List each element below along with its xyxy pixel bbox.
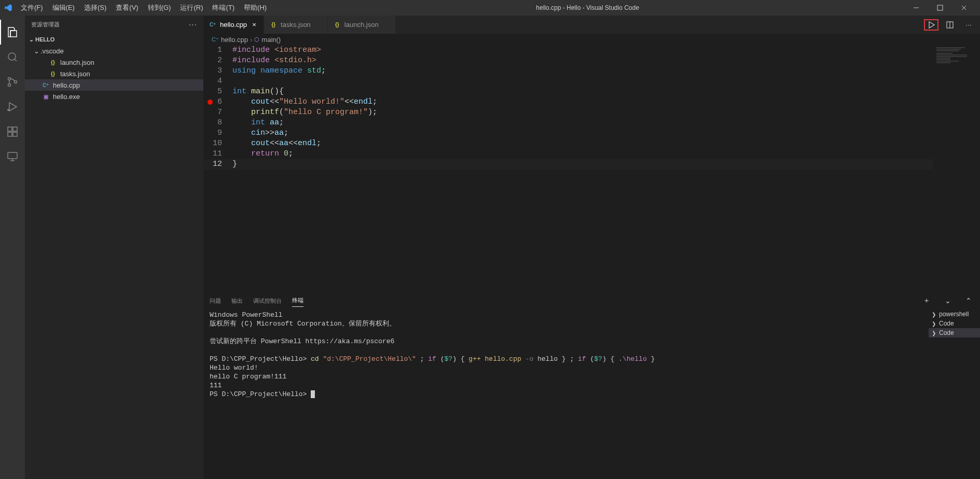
tab-label: hello.cpp — [220, 21, 247, 29]
tab-hello-cpp[interactable]: C⁺ hello.cpp × — [203, 16, 264, 34]
minimize-button[interactable] — [904, 0, 928, 16]
svg-rect-0 — [937, 5, 943, 10]
editor-tabs: C⁺ hello.cpp × {} tasks.json {} launch.j… — [203, 16, 980, 34]
tab-launch-json[interactable]: {} launch.json — [328, 16, 396, 34]
activity-extensions[interactable] — [0, 119, 25, 144]
breadcrumb-symbol: main() — [261, 36, 281, 44]
maximize-button[interactable] — [928, 0, 952, 16]
editor-group: C⁺ hello.cpp × {} tasks.json {} launch.j… — [203, 16, 980, 479]
sidebar-more-icon[interactable]: ··· — [189, 20, 197, 30]
terminal-entry-label: powershell — [939, 311, 969, 318]
activity-remote[interactable] — [0, 144, 25, 169]
tab-tasks-json[interactable]: {} tasks.json — [264, 16, 328, 34]
file-tasks-json[interactable]: {} tasks.json — [25, 68, 203, 79]
sidebar-header: 资源管理器 ··· — [25, 16, 203, 34]
sidebar-explorer: 资源管理器 ··· ⌄ HELLO ⌄ .vscode {} launch.js… — [25, 16, 203, 479]
menu-view[interactable]: 查看(V) — [112, 1, 142, 15]
terminal-entry-label: Code — [939, 320, 954, 327]
svg-rect-8 — [8, 132, 12, 136]
svg-point-3 — [8, 84, 11, 87]
breakpoint-icon[interactable] — [208, 100, 213, 105]
code-editor[interactable]: 1#include <iostream> 2#include <stdio.h>… — [203, 45, 933, 292]
minimap[interactable] — [933, 45, 980, 292]
window-title: hello.cpp - Hello - Visual Studio Code — [271, 4, 904, 11]
svg-rect-7 — [13, 127, 17, 131]
project-section-head[interactable]: ⌄ HELLO — [25, 34, 203, 45]
cpp-icon: C⁺ — [42, 81, 50, 89]
menu-file[interactable]: 文件(F) — [17, 1, 47, 15]
terminal-icon: ❯ — [932, 321, 936, 327]
cube-icon: ⬡ — [254, 36, 259, 43]
menubar: 文件(F) 编辑(E) 选择(S) 查看(V) 转到(G) 运行(R) 终端(T… — [17, 1, 271, 15]
cpp-icon: C⁺ — [209, 21, 217, 29]
svg-point-1 — [8, 53, 16, 60]
activity-explorer[interactable] — [0, 20, 25, 45]
folder-vscode[interactable]: ⌄ .vscode — [25, 45, 203, 57]
menu-terminal[interactable]: 终端(T) — [208, 1, 239, 15]
menu-edit[interactable]: 编辑(E) — [48, 1, 79, 15]
cpp-icon: C⁺ — [212, 36, 219, 43]
menu-go[interactable]: 转到(G) — [144, 1, 175, 15]
terminal-icon: ❯ — [932, 330, 936, 336]
panel-tab-problems[interactable]: 问题 — [210, 295, 221, 307]
terminal-icon: ❯ — [932, 312, 936, 317]
terminal-entry-powershell[interactable]: ❯ powershell — [929, 309, 980, 319]
tab-close-icon[interactable] — [382, 21, 390, 29]
activity-search[interactable] — [0, 45, 25, 69]
editor-more-button[interactable]: ··· — [961, 19, 976, 31]
svg-point-4 — [15, 81, 17, 83]
json-icon: {} — [333, 21, 341, 29]
tab-close-icon[interactable] — [314, 21, 322, 29]
panel-tabs: 问题 输出 调试控制台 终端 ＋ ⌄ ⌃ — [203, 293, 980, 308]
menu-help[interactable]: 帮助(H) — [240, 1, 271, 15]
svg-point-2 — [8, 78, 11, 80]
terminal-entry-label: Code — [939, 329, 954, 336]
file-label: tasks.json — [60, 70, 90, 78]
breadcrumb-file: hello.cpp — [221, 36, 248, 44]
activity-bar — [0, 16, 25, 479]
terminal-output[interactable]: Windows PowerShell 版权所有 (C) Microsoft Co… — [203, 308, 928, 479]
split-editor-button[interactable] — [943, 19, 957, 31]
folder-label: .vscode — [40, 47, 64, 55]
run-code-button[interactable] — [924, 19, 938, 31]
vscode-logo-icon — [4, 4, 12, 12]
json-icon: {} — [49, 58, 57, 66]
svg-rect-9 — [13, 132, 17, 136]
activity-run-debug[interactable] — [0, 94, 25, 119]
sidebar-title: 资源管理器 — [31, 21, 60, 29]
maximize-panel-button[interactable]: ⌃ — [963, 297, 974, 305]
menu-selection[interactable]: 选择(S) — [80, 1, 111, 15]
file-hello-exe[interactable]: ▣ hello.exe — [25, 91, 203, 102]
editor-actions: ··· — [920, 16, 980, 34]
activity-source-control[interactable] — [0, 69, 25, 94]
panel-tab-debug-console[interactable]: 调试控制台 — [253, 295, 282, 307]
svg-rect-6 — [8, 127, 12, 131]
file-hello-cpp[interactable]: C⁺ hello.cpp — [25, 79, 203, 91]
menu-run[interactable]: 运行(R) — [176, 1, 207, 15]
new-terminal-button[interactable]: ＋ — [921, 296, 932, 305]
file-launch-json[interactable]: {} launch.json — [25, 57, 203, 68]
terminal-dropdown-button[interactable]: ⌄ — [943, 297, 953, 305]
json-icon: {} — [269, 21, 278, 29]
panel-tab-output[interactable]: 输出 — [231, 295, 243, 307]
terminal-entry-code-1[interactable]: ❯ Code — [929, 319, 980, 328]
tab-close-icon[interactable]: × — [250, 21, 258, 29]
file-label: hello.cpp — [53, 81, 80, 89]
tab-label: launch.json — [344, 21, 379, 29]
chevron-down-icon: ⌄ — [32, 47, 40, 55]
svg-rect-10 — [8, 152, 17, 159]
terminal-list: ❯ powershell ❯ Code ❯ Code — [928, 308, 980, 479]
tab-label: tasks.json — [281, 21, 311, 29]
file-label: hello.exe — [53, 93, 80, 101]
bottom-panel: 问题 输出 调试控制台 终端 ＋ ⌄ ⌃ Windows PowerShell … — [203, 292, 980, 479]
breadcrumb[interactable]: C⁺ hello.cpp › ⬡ main() — [203, 34, 980, 45]
panel-tab-terminal[interactable]: 终端 — [292, 294, 303, 307]
title-bar: 文件(F) 编辑(E) 选择(S) 查看(V) 转到(G) 运行(R) 终端(T… — [0, 0, 980, 16]
json-icon: {} — [49, 69, 57, 78]
project-name: HELLO — [35, 36, 54, 43]
terminal-entry-code-2[interactable]: ❯ Code — [929, 328, 980, 337]
file-label: launch.json — [60, 59, 94, 66]
terminal-cursor — [311, 390, 315, 398]
exe-icon: ▣ — [42, 92, 50, 101]
close-button[interactable] — [952, 0, 976, 16]
